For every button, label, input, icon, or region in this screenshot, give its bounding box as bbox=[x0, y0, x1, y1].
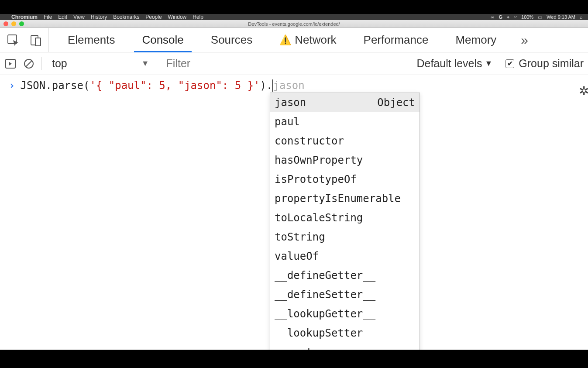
menu-item-bookmarks[interactable]: Bookmarks bbox=[113, 14, 139, 20]
menu-app-name[interactable]: Chromium bbox=[11, 14, 38, 20]
autocomplete-item-label: toLocaleString bbox=[275, 210, 363, 226]
menu-item-history[interactable]: History bbox=[91, 14, 107, 20]
group-similar-label: Group similar bbox=[519, 57, 584, 70]
autocomplete-item-label: toString bbox=[275, 229, 325, 245]
autocomplete-item[interactable]: valueOf bbox=[270, 247, 420, 266]
code-string-token: '{ "paul": 5, "jason": 5 }' bbox=[89, 79, 260, 92]
autocomplete-item-label: __lookupGetter__ bbox=[275, 306, 375, 322]
devtools-tabstrip: Elements Console Sources ⚠️ Network Perf… bbox=[0, 28, 588, 52]
status-battery-percent[interactable]: 100% bbox=[521, 14, 533, 20]
tab-performance[interactable]: Performance bbox=[356, 28, 437, 52]
log-levels-select[interactable]: Default levels ▼ bbox=[416, 57, 492, 70]
autocomplete-item[interactable]: isPrototypeOf bbox=[270, 170, 420, 189]
menu-item-edit[interactable]: Edit bbox=[58, 14, 67, 20]
autocomplete-item[interactable]: toString bbox=[270, 227, 420, 247]
autocomplete-item[interactable]: __defineSetter__ bbox=[270, 285, 420, 304]
autocomplete-item[interactable]: __lookupSetter__ bbox=[270, 323, 420, 343]
group-similar-toggle[interactable]: ✔ Group similar bbox=[505, 57, 584, 70]
separator bbox=[41, 57, 41, 70]
devtools-window: Elements Console Sources ⚠️ Network Perf… bbox=[0, 28, 588, 350]
autocomplete-item[interactable]: paul bbox=[270, 112, 420, 131]
autocomplete-popup: jasonObjectpaulconstructorhasOwnProperty… bbox=[270, 93, 420, 362]
autocomplete-ghost-text: jason bbox=[273, 79, 304, 92]
console-toolbar: top ▼ Default levels ▼ ✔ Group similar ✲ bbox=[0, 52, 588, 75]
window-title: DevTools - events.google.com/io/extended… bbox=[0, 21, 588, 27]
checkbox-icon: ✔ bbox=[505, 59, 514, 68]
clear-console-icon[interactable] bbox=[23, 58, 35, 70]
autocomplete-item-label: hasOwnProperty bbox=[275, 152, 363, 168]
menu-item-view[interactable]: View bbox=[73, 14, 85, 20]
status-google-icon[interactable]: G bbox=[499, 14, 502, 20]
svg-line-6 bbox=[26, 61, 32, 67]
window-titlebar[interactable]: DevTools - events.google.com/io/extended… bbox=[0, 20, 588, 28]
tab-elements[interactable]: Elements bbox=[60, 28, 123, 52]
autocomplete-item-type: Object bbox=[377, 95, 415, 110]
autocomplete-item-label: __defineGetter__ bbox=[275, 268, 375, 283]
tab-label: Elements bbox=[68, 33, 115, 47]
autocomplete-item[interactable]: jasonObject bbox=[270, 93, 420, 112]
menu-item-people[interactable]: People bbox=[145, 14, 162, 20]
status-wifi-icon[interactable]: ⌔ bbox=[514, 14, 517, 20]
autocomplete-item-label: valueOf bbox=[275, 248, 319, 264]
status-clock[interactable]: Wed 9:13 AM bbox=[547, 14, 575, 20]
tab-network[interactable]: ⚠️ Network bbox=[272, 28, 344, 52]
context-label: top bbox=[52, 57, 67, 70]
tab-sources[interactable]: Sources bbox=[203, 28, 260, 52]
console-input[interactable]: JSON.parse('{ "paul": 5, "jason": 5 }').… bbox=[20, 79, 304, 92]
console-filter-input[interactable] bbox=[166, 57, 262, 70]
status-battery-icon[interactable]: ▭ bbox=[538, 14, 542, 20]
toggle-device-icon[interactable] bbox=[29, 33, 43, 47]
console-body[interactable]: › JSON.parse('{ "paul": 5, "jason": 5 }'… bbox=[0, 75, 588, 96]
inspect-element-icon[interactable] bbox=[6, 33, 20, 47]
autocomplete-item-label: paul bbox=[275, 114, 300, 130]
autocomplete-item-label: __defineSetter__ bbox=[275, 287, 375, 303]
autocomplete-item-label: jason bbox=[275, 95, 306, 110]
menu-item-help[interactable]: Help bbox=[193, 14, 203, 20]
autocomplete-item-label: __lookupSetter__ bbox=[275, 325, 375, 341]
tab-label: Network bbox=[295, 33, 336, 47]
status-bluetooth-icon[interactable]: ⌖ bbox=[507, 14, 509, 20]
autocomplete-item-label: constructor bbox=[275, 133, 344, 149]
status-infinity-icon[interactable]: ∞ bbox=[491, 14, 495, 20]
chevron-down-icon: ▼ bbox=[141, 59, 149, 68]
warning-icon: ⚠️ bbox=[279, 34, 291, 46]
autocomplete-item[interactable]: __lookupGetter__ bbox=[270, 304, 420, 323]
code-token: JSON.parse( bbox=[20, 79, 89, 92]
autocomplete-item[interactable]: hasOwnProperty bbox=[270, 151, 420, 170]
tab-memory[interactable]: Memory bbox=[447, 28, 504, 52]
autocomplete-item-label: propertyIsEnumerable bbox=[275, 191, 401, 206]
tab-label: Performance bbox=[364, 33, 429, 47]
menu-item-file[interactable]: File bbox=[44, 14, 52, 20]
letterbox-top bbox=[0, 0, 588, 14]
levels-label: Default levels bbox=[416, 57, 482, 70]
console-prompt-row[interactable]: › JSON.parse('{ "paul": 5, "jason": 5 }'… bbox=[9, 79, 579, 92]
macos-menubar: Chromium File Edit View History Bookmark… bbox=[0, 14, 588, 20]
more-tabs-button[interactable]: » bbox=[516, 33, 533, 48]
autocomplete-item[interactable]: constructor bbox=[270, 131, 420, 151]
status-search-icon[interactable]: ⌕ bbox=[580, 14, 583, 20]
code-token: ). bbox=[260, 79, 273, 92]
autocomplete-item[interactable]: toLocaleString bbox=[270, 208, 420, 227]
autocomplete-item-label: isPrototypeOf bbox=[275, 172, 357, 187]
autocomplete-item[interactable]: __defineGetter__ bbox=[270, 266, 420, 285]
svg-rect-2 bbox=[35, 38, 41, 46]
autocomplete-item[interactable]: propertyIsEnumerable bbox=[270, 189, 420, 208]
tab-console[interactable]: Console bbox=[134, 28, 191, 52]
tab-label: Memory bbox=[455, 33, 496, 47]
menu-item-window[interactable]: Window bbox=[168, 14, 187, 20]
letterbox-bottom bbox=[0, 350, 588, 368]
execution-context-select[interactable]: top ▼ bbox=[48, 57, 154, 70]
tab-label: Console bbox=[142, 33, 183, 47]
prompt-chevron-icon: › bbox=[9, 79, 15, 92]
tab-label: Sources bbox=[211, 33, 252, 47]
chevron-down-icon: ▼ bbox=[485, 59, 493, 68]
toggle-sidebar-icon[interactable] bbox=[4, 58, 17, 70]
separator bbox=[160, 57, 160, 70]
